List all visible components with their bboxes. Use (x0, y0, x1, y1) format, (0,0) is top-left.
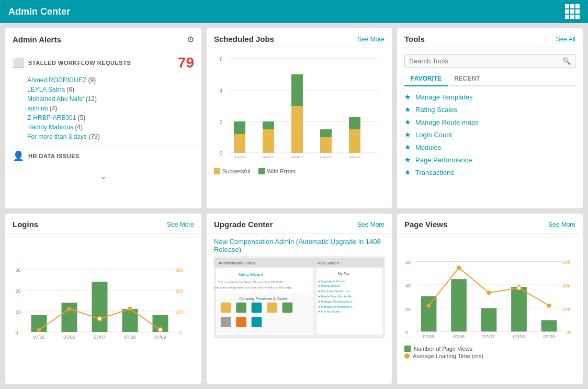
svg-rect-9 (234, 121, 245, 134)
svg-text:● Any No Rules: ● Any No Rules (318, 310, 340, 313)
svg-text:04/07: 04/07 (234, 155, 246, 158)
tool-item-rating-scales[interactable]: ★ Rating Scales (404, 103, 575, 116)
svg-rect-60 (221, 303, 231, 313)
svg-text:20: 20 (16, 288, 21, 294)
svg-rect-11 (263, 129, 274, 153)
pv-legend-bar: Number of Page Views (404, 346, 575, 352)
svg-text:20: 20 (405, 307, 411, 312)
svg-rect-97 (541, 320, 557, 331)
upgrade-center-see-more[interactable]: See More (357, 221, 385, 228)
alert-item[interactable]: Hamdy Mahrous (4) (27, 123, 194, 132)
alert-item[interactable]: Mohamed Abu Nafe' (12) (27, 94, 194, 104)
tab-favorite[interactable]: FAVORITE (404, 72, 448, 86)
tool-item-login-count[interactable]: ★ Login Count (404, 128, 575, 141)
star-icon: ★ (404, 168, 411, 176)
svg-text:10: 10 (16, 309, 21, 315)
tool-label: Login Count (415, 131, 452, 139)
svg-text:100: 100 (176, 309, 184, 315)
svg-text:My Fav: My Fav (338, 272, 350, 276)
logins-title: Logins (13, 220, 38, 229)
tools-header: Tools See All (397, 28, 583, 48)
tool-label: Manage Route maps (415, 118, 479, 126)
pv-legend-line-dot (404, 353, 410, 359)
legend-errors-label: With Errors (267, 168, 296, 174)
svg-text:● Hustle Form Route Ma..: ● Hustle Form Route Ma.. (318, 295, 354, 298)
alert-item[interactable]: Z-HRBP-ARE001 (5) (27, 113, 194, 123)
svg-point-48 (128, 307, 132, 311)
gear-icon[interactable]: ⚙ (187, 35, 194, 45)
svg-text:0: 0 (220, 151, 223, 157)
star-icon: ★ (404, 130, 411, 139)
alert-item[interactable]: adminb (4) (27, 104, 194, 113)
workflow-icon: ⬜ (13, 57, 24, 69)
tool-item-page-performance[interactable]: ★ Page Performance (404, 153, 575, 166)
expand-icon[interactable]: ⌄ (5, 166, 201, 186)
page-views-svg: 0 20 40 60 0k 20k 40k 60k 07/05 (404, 238, 575, 340)
pv-legend-line: Average Loading Time (ms) (404, 353, 575, 359)
scheduled-jobs-title: Scheduled Jobs (214, 35, 274, 43)
star-icon: ★ (404, 118, 411, 126)
svg-text:30: 30 (16, 268, 21, 273)
upgrade-center-title: Upgrade Center (214, 220, 273, 229)
star-icon: ★ (404, 155, 411, 164)
tool-item-transactions[interactable]: ★ Transactions (404, 166, 575, 179)
svg-text:0: 0 (179, 330, 182, 336)
page-views-card: Page Views See More 0 20 40 60 0k 20k 40… (397, 214, 583, 384)
svg-text:06/07: 06/07 (291, 155, 303, 158)
svg-rect-93 (481, 308, 497, 332)
svg-text:07/08: 07/08 (513, 334, 525, 339)
svg-text:07/07: 07/07 (94, 335, 106, 340)
main-content: Admin Alerts ⚙ ⬜ STALLED WORKFLOW REQUES… (0, 23, 588, 389)
logins-chart: 0 10 20 30 0 100 200 300 07/05 (5, 234, 201, 338)
scheduled-jobs-chart: 0 2 4 6 04/07 05/07 (207, 48, 392, 165)
svg-text:07/05: 07/05 (423, 334, 434, 339)
chart-legend: Successful With Errors (207, 165, 392, 177)
scheduled-jobs-svg: 0 2 4 6 04/07 05/07 (214, 53, 385, 158)
tool-label: Rating Scales (415, 106, 457, 114)
svg-text:07/06: 07/06 (63, 335, 75, 340)
top-bar: Admin Center (0, 0, 588, 23)
alert-item[interactable]: For more than 3 days (79) (27, 132, 194, 141)
svg-rect-62 (252, 303, 262, 313)
svg-text:You completed the Setup Wizard: You completed the Setup Wizard on 11/30/… (218, 281, 283, 284)
tool-item-modules[interactable]: ★ Modules (404, 141, 575, 153)
alert-item[interactable]: LEYLA Sabra (6) (27, 85, 194, 94)
legend-errors: With Errors (258, 168, 296, 174)
upgrade-screenshot-svg: Administration Tools Tool Search Setup W… (214, 257, 384, 338)
search-icon: 🔍 (562, 57, 571, 65)
pv-legend-line-label: Average Loading Time (ms) (413, 353, 483, 359)
svg-text:60k: 60k (562, 260, 570, 265)
alert-item[interactable]: Ahmed RODRIGUEZ (9) (27, 75, 194, 85)
scheduled-jobs-see-more[interactable]: See More (357, 36, 385, 43)
tool-label: Modules (415, 143, 441, 151)
svg-text:08/07: 08/07 (349, 155, 361, 158)
page-views-see-more[interactable]: See More (548, 221, 575, 228)
tools-see-all[interactable]: See All (556, 36, 575, 43)
svg-text:40: 40 (405, 283, 411, 288)
star-icon: ★ (404, 105, 411, 114)
logins-see-more[interactable]: See More (167, 221, 194, 228)
tools-search-input[interactable] (409, 57, 562, 65)
svg-rect-95 (511, 287, 527, 331)
grid-menu-icon[interactable] (565, 4, 580, 19)
svg-text:40k: 40k (562, 283, 570, 288)
svg-text:300: 300 (176, 268, 184, 273)
tool-item-manage-route-maps[interactable]: ★ Manage Route maps (404, 116, 575, 128)
svg-rect-14 (291, 106, 303, 153)
tool-label: Page Performance (415, 156, 472, 164)
hr-section: 👤 HR DATA ISSUES (5, 146, 201, 166)
legend-successful: Successful (214, 168, 250, 174)
svg-point-100 (457, 265, 461, 270)
legend-successful-label: Successful (222, 168, 250, 174)
svg-text:07/05: 07/05 (33, 335, 45, 340)
svg-text:Administration Tools: Administration Tools (219, 261, 255, 265)
tab-recent[interactable]: RECENT (448, 72, 486, 85)
upgrade-link[interactable]: New Compensation Admin (Automatic Upgrad… (207, 234, 392, 257)
tool-item-manage-templates[interactable]: ★ Manage Templates (404, 91, 575, 103)
upgrade-center-card: Upgrade Center See More New Compensation… (207, 214, 392, 384)
svg-rect-64 (282, 303, 293, 313)
logins-card: Logins See More 0 10 20 30 0 100 200 300 (5, 214, 201, 384)
page-views-legend: Number of Page Views Average Loading Tim… (397, 343, 583, 361)
stalled-label: STALLED WORKFLOW REQUESTS (28, 60, 131, 66)
svg-rect-17 (320, 137, 332, 153)
